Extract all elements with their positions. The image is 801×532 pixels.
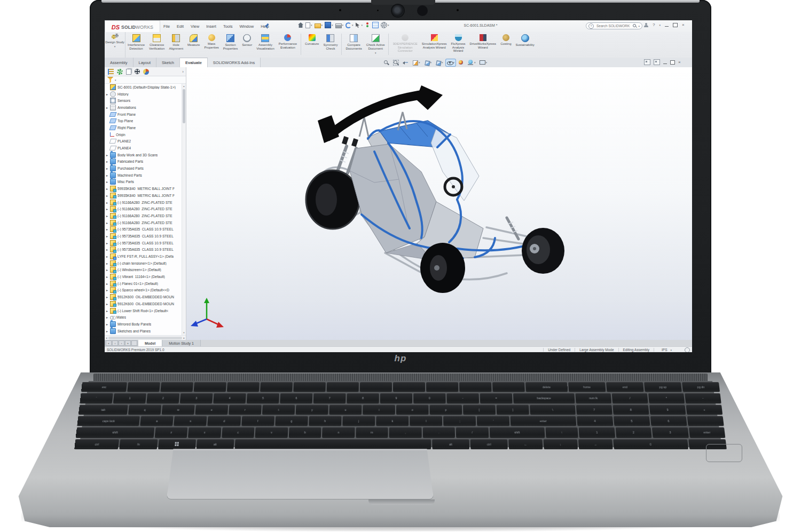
restore-button[interactable] [673,23,678,27]
dropdown-icon[interactable]: ▾ [375,51,376,54]
tree-item[interactable]: ▸(-) Windscreen<1> (Default) [105,267,182,274]
dropdown-icon[interactable]: ▾ [486,61,488,64]
scroll-left-icon[interactable]: ◂ [106,336,107,339]
help-button[interactable]: ? [653,22,655,28]
dropdown-icon[interactable]: ▾ [430,61,432,64]
tree-item[interactable]: ▸(-) chain tensioner<1> (Default) [105,260,182,267]
driveworksxpress-wizard-button[interactable]: DriveWorksXpressWizard [468,34,499,49]
new-document-button[interactable]: ▾ [305,22,312,28]
expand-icon[interactable]: ▸ [106,201,110,204]
dropdown-icon[interactable]: ▾ [453,61,455,64]
tree-root-item[interactable]: SC-6001 (Default<Display State-1>) [105,84,182,91]
floxpress-analysis-wizard-button[interactable]: FloXpressAnalysisWizard [449,34,468,53]
zoom-to-area-button[interactable] [392,59,400,66]
filter-dropdown-icon[interactable]: ▾ [115,78,116,82]
compare-documents-button[interactable]: CompareDocuments [343,34,364,50]
expand-icon[interactable]: ▸ [106,160,110,163]
options-button[interactable]: ▾ [381,22,389,28]
dropdown-icon[interactable]: ▾ [311,23,312,27]
check-active-document-button[interactable]: Check ActiveDocument▾ [364,34,387,54]
expand-icon[interactable]: ▸ [106,268,110,272]
design-study-button[interactable]: Design Study ▾ [105,32,125,58]
expand-icon[interactable]: ▸ [106,180,110,184]
curvature-button[interactable]: Curvature [303,34,321,46]
tree-item[interactable]: ▸(-) 95735A635_CLASS 10.9 STEEL [105,233,182,240]
expand-icon[interactable]: ▸ [106,241,110,245]
design-study-dropdown-icon[interactable]: ▾ [114,45,116,48]
dimxpertmanager-tab-icon[interactable] [135,69,140,74]
expand-icon[interactable]: ▸ [106,234,110,238]
measure-button[interactable]: Measure [185,34,202,47]
tree-item[interactable]: ▸(-) 91166A280_ZINC-PLATED STE [105,205,182,212]
save-button[interactable]: ▾ [325,22,333,28]
tab-evaluate[interactable]: Evaluate [180,58,208,67]
dropdown-icon[interactable]: ▾ [388,23,389,27]
tree-item[interactable]: ▸Annotations [105,104,182,111]
scroll-up-icon[interactable]: ▴ [182,84,186,89]
expand-icon[interactable]: ▸ [106,261,110,265]
tree-item[interactable]: ▸(-) Sparco wheel<1> (Default<<D [105,287,182,294]
menu-file[interactable]: File [163,24,170,29]
zoom-to-fit-button[interactable] [382,59,390,66]
tree-item[interactable]: Front Plane [105,111,182,118]
simulationxpress-analysis-wizard-button[interactable]: SimulationXpressAnalysis Wizard [420,34,449,49]
doc-close-button[interactable]: × [678,60,681,65]
assembly-visualization-button[interactable]: AssemblyVisualization [254,34,277,50]
tab-scroll-button-2[interactable]: › [119,340,124,346]
expand-icon[interactable]: ▸ [106,275,110,279]
tree-vertical-scrollbar[interactable]: ▴ ▾ [182,84,186,335]
print-button[interactable]: ▾ [335,22,344,28]
expand-icon[interactable]: ▸ [106,166,110,170]
tab-scroll-button-3[interactable]: » [125,340,131,346]
dropdown-icon[interactable]: ▾ [442,61,443,64]
previous-view-button[interactable] [402,59,410,66]
configurationmanager-tab-icon[interactable] [126,69,131,75]
expand-icon[interactable]: ▸ [106,309,110,313]
performance-evaluation-button[interactable]: PerformanceEvaluation [277,34,299,49]
select-button[interactable]: ▾ [356,22,363,28]
menu-window[interactable]: Window [239,24,254,29]
tree-item[interactable]: ▸Fabricated Parts [105,158,182,165]
tree-horizontal-scrollbar[interactable]: ◂ ▸ [105,335,186,340]
tab-scroll-button-0[interactable]: « [106,340,112,346]
expand-icon[interactable]: ▸ [106,315,110,319]
help-search-box[interactable]: ? ▾ [586,22,642,29]
help-dropdown-icon[interactable]: ▾ [659,23,661,27]
display-style-button[interactable]: ▾ [434,59,444,66]
tree-item[interactable]: ▸Mirrored Body Panels [105,321,182,328]
units-selector[interactable]: IPS▾ [654,348,679,352]
propertymanager-tab-icon[interactable] [117,69,123,75]
tab-scroll-button-4[interactable] [131,340,137,346]
tree-filter-row[interactable]: ▾ [105,76,186,84]
home-button[interactable] [298,22,303,28]
graphics-viewport[interactable] [186,67,692,340]
doc-minimize-button[interactable] [663,63,667,65]
tree-item[interactable]: ▸5912K600_OIL-EMBEDDED MOUN [105,300,182,307]
undo-button[interactable]: ▾ [345,22,354,28]
dropdown-icon[interactable]: ▾ [332,23,333,27]
panel-expand-chevron-icon[interactable]: › [182,69,184,74]
scroll-down-icon[interactable]: ▾ [182,330,186,335]
tree-item[interactable]: ▸(-) 95735A635_CLASS 10.9 STEEL [105,226,182,233]
tree-item[interactable]: Origin [105,131,182,138]
expand-icon[interactable]: ▸ [106,295,110,299]
tree-item[interactable]: ▸Purchased Parts [105,165,182,172]
expand-icon[interactable]: ▸ [106,322,110,326]
tab-scroll-button-1[interactable]: ‹ [112,340,118,346]
tab-sketch[interactable]: Sketch [156,58,180,67]
tree-item[interactable]: ▸(-) 91166A280_ZINC-PLATED STE [105,199,182,206]
tree-item[interactable]: ▸59935K840_METRIC BALL JOINT F [105,185,182,192]
tab-assembly[interactable]: Assembly [105,58,134,67]
expand-icon[interactable]: ▸ [106,288,110,292]
tree-item[interactable]: ▸LYFE FST-R, FULL ASSY<1> (Defa [105,253,182,260]
dropdown-icon[interactable]: ▾ [352,23,354,27]
expand-icon[interactable]: ▸ [106,255,110,258]
featuremanager-tree-tab-icon[interactable] [108,69,114,75]
expand-icon[interactable]: ▸ [106,329,110,333]
dropdown-icon[interactable]: ▾ [362,23,363,27]
expand-icon[interactable]: ▸ [106,194,110,197]
tree-item[interactable]: ▸(-) 91166A280_ZINC-PLATED STE [105,212,182,219]
section-view-button[interactable]: ▾ [411,59,421,66]
tree-item[interactable]: Top Plane [105,117,182,124]
clearance-verification-button[interactable]: ClearanceVerification [147,34,167,50]
